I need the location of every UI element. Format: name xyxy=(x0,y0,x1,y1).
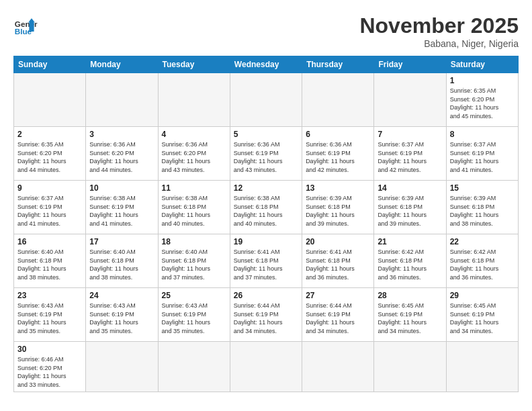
day-info: Sunrise: 6:42 AM Sunset: 6:18 PM Dayligh… xyxy=(450,248,515,281)
calendar-cell xyxy=(374,342,446,392)
day-info: Sunrise: 6:36 AM Sunset: 6:19 PM Dayligh… xyxy=(234,140,298,174)
day-number: 19 xyxy=(234,237,298,246)
day-number: 21 xyxy=(378,237,442,246)
day-info: Sunrise: 6:40 AM Sunset: 6:18 PM Dayligh… xyxy=(89,248,154,281)
calendar-cell: 24Sunrise: 6:43 AM Sunset: 6:19 PM Dayli… xyxy=(86,288,158,342)
calendar-cell xyxy=(14,73,86,127)
calendar-cell: 16Sunrise: 6:40 AM Sunset: 6:18 PM Dayli… xyxy=(14,234,86,288)
day-number: 24 xyxy=(89,291,154,300)
calendar-week-5: 23Sunrise: 6:43 AM Sunset: 6:19 PM Dayli… xyxy=(14,288,519,342)
calendar-cell xyxy=(374,73,446,127)
calendar-week-6: 30Sunrise: 6:46 AM Sunset: 6:20 PM Dayli… xyxy=(14,342,519,392)
calendar-cell: 20Sunrise: 6:41 AM Sunset: 6:18 PM Dayli… xyxy=(302,234,374,288)
calendar-cell: 14Sunrise: 6:39 AM Sunset: 6:18 PM Dayli… xyxy=(374,181,446,234)
day-info: Sunrise: 6:38 AM Sunset: 6:19 PM Dayligh… xyxy=(89,194,154,228)
calendar-week-2: 2Sunrise: 6:35 AM Sunset: 6:20 PM Daylig… xyxy=(14,127,519,181)
day-number: 26 xyxy=(234,291,298,300)
day-number: 8 xyxy=(450,130,515,139)
day-number: 4 xyxy=(162,130,226,139)
calendar-cell xyxy=(158,342,230,392)
calendar-cell: 3Sunrise: 6:36 AM Sunset: 6:20 PM Daylig… xyxy=(86,127,158,181)
day-info: Sunrise: 6:37 AM Sunset: 6:19 PM Dayligh… xyxy=(450,140,515,174)
calendar-cell: 6Sunrise: 6:36 AM Sunset: 6:19 PM Daylig… xyxy=(302,127,374,181)
day-info: Sunrise: 6:40 AM Sunset: 6:18 PM Dayligh… xyxy=(17,248,82,281)
day-number: 3 xyxy=(89,130,154,139)
calendar-cell: 2Sunrise: 6:35 AM Sunset: 6:20 PM Daylig… xyxy=(14,127,86,181)
month-title: November 2025 xyxy=(359,13,519,38)
calendar-cell: 7Sunrise: 6:37 AM Sunset: 6:19 PM Daylig… xyxy=(374,127,446,181)
day-info: Sunrise: 6:41 AM Sunset: 6:18 PM Dayligh… xyxy=(234,248,298,281)
calendar-cell xyxy=(230,73,302,127)
weekday-header-row: SundayMondayTuesdayWednesdayThursdayFrid… xyxy=(14,56,519,73)
day-number: 10 xyxy=(89,183,154,193)
day-number: 13 xyxy=(306,183,370,193)
day-info: Sunrise: 6:45 AM Sunset: 6:19 PM Dayligh… xyxy=(378,302,442,335)
calendar-cell: 1Sunrise: 6:35 AM Sunset: 6:20 PM Daylig… xyxy=(446,73,518,127)
calendar-cell: 26Sunrise: 6:44 AM Sunset: 6:19 PM Dayli… xyxy=(230,288,302,342)
day-info: Sunrise: 6:43 AM Sunset: 6:19 PM Dayligh… xyxy=(89,302,154,335)
day-number: 30 xyxy=(17,345,82,354)
calendar-cell: 9Sunrise: 6:37 AM Sunset: 6:19 PM Daylig… xyxy=(14,181,86,234)
weekday-header-saturday: Saturday xyxy=(446,56,518,73)
calendar-cell xyxy=(86,73,158,127)
day-number: 11 xyxy=(162,183,226,193)
calendar-week-3: 9Sunrise: 6:37 AM Sunset: 6:19 PM Daylig… xyxy=(14,181,519,234)
calendar-cell: 5Sunrise: 6:36 AM Sunset: 6:19 PM Daylig… xyxy=(230,127,302,181)
day-number: 18 xyxy=(162,237,226,246)
location: Babana, Niger, Nigeria xyxy=(359,38,519,49)
logo-icon: General Blue xyxy=(13,13,38,38)
day-number: 23 xyxy=(17,291,82,300)
calendar-cell: 28Sunrise: 6:45 AM Sunset: 6:19 PM Dayli… xyxy=(374,288,446,342)
day-info: Sunrise: 6:44 AM Sunset: 6:19 PM Dayligh… xyxy=(234,302,298,335)
day-number: 17 xyxy=(89,237,154,246)
day-info: Sunrise: 6:39 AM Sunset: 6:18 PM Dayligh… xyxy=(306,194,370,228)
day-number: 5 xyxy=(234,130,298,139)
day-number: 12 xyxy=(234,183,298,193)
calendar-cell: 22Sunrise: 6:42 AM Sunset: 6:18 PM Dayli… xyxy=(446,234,518,288)
calendar-cell: 19Sunrise: 6:41 AM Sunset: 6:18 PM Dayli… xyxy=(230,234,302,288)
calendar-cell: 23Sunrise: 6:43 AM Sunset: 6:19 PM Dayli… xyxy=(14,288,86,342)
day-info: Sunrise: 6:35 AM Sunset: 6:20 PM Dayligh… xyxy=(17,140,82,174)
day-info: Sunrise: 6:43 AM Sunset: 6:19 PM Dayligh… xyxy=(17,302,82,335)
weekday-header-thursday: Thursday xyxy=(302,56,374,73)
day-number: 20 xyxy=(306,237,370,246)
day-info: Sunrise: 6:41 AM Sunset: 6:18 PM Dayligh… xyxy=(306,248,370,281)
calendar-cell: 8Sunrise: 6:37 AM Sunset: 6:19 PM Daylig… xyxy=(446,127,518,181)
calendar-cell: 25Sunrise: 6:43 AM Sunset: 6:19 PM Dayli… xyxy=(158,288,230,342)
calendar-cell xyxy=(86,342,158,392)
day-number: 1 xyxy=(450,76,515,85)
calendar-cell xyxy=(446,342,518,392)
calendar-cell: 29Sunrise: 6:45 AM Sunset: 6:19 PM Dayli… xyxy=(446,288,518,342)
calendar-cell: 10Sunrise: 6:38 AM Sunset: 6:19 PM Dayli… xyxy=(86,181,158,234)
day-number: 15 xyxy=(450,183,515,193)
day-info: Sunrise: 6:36 AM Sunset: 6:19 PM Dayligh… xyxy=(306,140,370,174)
weekday-header-monday: Monday xyxy=(86,56,158,73)
calendar-cell xyxy=(230,342,302,392)
day-info: Sunrise: 6:44 AM Sunset: 6:19 PM Dayligh… xyxy=(306,302,370,335)
weekday-header-friday: Friday xyxy=(374,56,446,73)
day-info: Sunrise: 6:45 AM Sunset: 6:19 PM Dayligh… xyxy=(450,302,515,335)
weekday-header-sunday: Sunday xyxy=(14,56,86,73)
day-info: Sunrise: 6:40 AM Sunset: 6:18 PM Dayligh… xyxy=(162,248,226,281)
day-info: Sunrise: 6:38 AM Sunset: 6:18 PM Dayligh… xyxy=(162,194,226,228)
calendar-cell: 18Sunrise: 6:40 AM Sunset: 6:18 PM Dayli… xyxy=(158,234,230,288)
day-info: Sunrise: 6:43 AM Sunset: 6:19 PM Dayligh… xyxy=(162,302,226,335)
day-number: 9 xyxy=(17,183,82,193)
day-info: Sunrise: 6:35 AM Sunset: 6:20 PM Dayligh… xyxy=(450,87,515,120)
day-info: Sunrise: 6:36 AM Sunset: 6:20 PM Dayligh… xyxy=(89,140,154,174)
calendar-cell: 12Sunrise: 6:38 AM Sunset: 6:18 PM Dayli… xyxy=(230,181,302,234)
day-info: Sunrise: 6:42 AM Sunset: 6:18 PM Dayligh… xyxy=(378,248,442,281)
day-info: Sunrise: 6:36 AM Sunset: 6:20 PM Dayligh… xyxy=(162,140,226,174)
calendar-week-4: 16Sunrise: 6:40 AM Sunset: 6:18 PM Dayli… xyxy=(14,234,519,288)
weekday-header-wednesday: Wednesday xyxy=(230,56,302,73)
calendar-cell: 13Sunrise: 6:39 AM Sunset: 6:18 PM Dayli… xyxy=(302,181,374,234)
day-info: Sunrise: 6:38 AM Sunset: 6:18 PM Dayligh… xyxy=(234,194,298,228)
logo: General Blue xyxy=(13,13,38,38)
day-number: 14 xyxy=(378,183,442,193)
day-number: 6 xyxy=(306,130,370,139)
calendar-cell: 4Sunrise: 6:36 AM Sunset: 6:20 PM Daylig… xyxy=(158,127,230,181)
day-number: 2 xyxy=(17,130,82,139)
day-number: 27 xyxy=(306,291,370,300)
day-info: Sunrise: 6:39 AM Sunset: 6:18 PM Dayligh… xyxy=(450,194,515,228)
day-info: Sunrise: 6:37 AM Sunset: 6:19 PM Dayligh… xyxy=(378,140,442,174)
